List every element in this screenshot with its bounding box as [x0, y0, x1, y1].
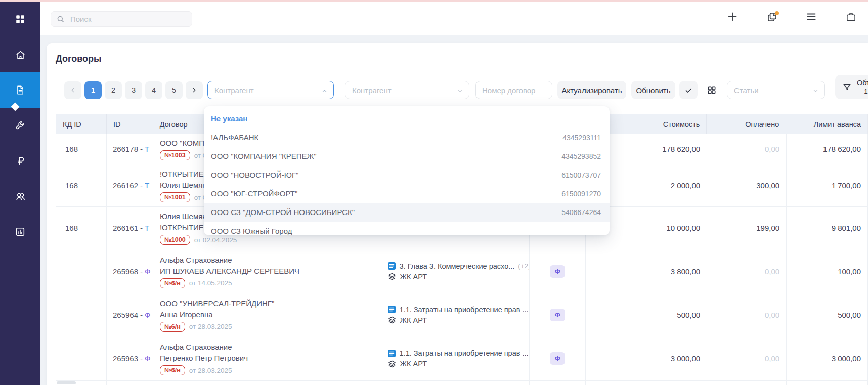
id-value: 266161: [113, 224, 138, 232]
paid-cell: 0,00: [707, 134, 787, 164]
paid-cell-value: 0,00: [765, 354, 779, 363]
cost-cell: 178 620,00: [626, 134, 707, 164]
cost-cell-value: 2 000,00: [671, 181, 700, 190]
empty-cell: [586, 293, 626, 336]
layers-icon: [388, 316, 396, 324]
empty-cell: [586, 336, 626, 380]
empty-cell: [586, 249, 626, 293]
search-box[interactable]: [51, 11, 192, 27]
dropdown-option[interactable]: ООО СЗ "ДОМ-СТРОЙ НОВОСИБИРСК"5406674264: [204, 203, 610, 222]
dropdown-option[interactable]: ООО "ЮГ-СТРОЙФОРТ"6150091270: [204, 184, 610, 203]
id-value: 265968: [113, 267, 138, 276]
actualize-button[interactable]: Актуализировать: [557, 81, 626, 99]
refresh-button[interactable]: Обновить: [631, 81, 675, 99]
advance-limit-cell-value: 1 700,00: [832, 181, 861, 190]
contract-number-input[interactable]: [475, 81, 552, 99]
objects-filter-chip[interactable]: Объе 1: [835, 75, 868, 99]
contract-date: от 28.03.2025: [189, 367, 232, 374]
pagination-page-4[interactable]: 4: [145, 81, 162, 99]
project-row: ЖК АРТ: [388, 273, 427, 281]
sidebar: [0, 0, 40, 385]
advance-limit-cell: 178 620,00: [787, 134, 868, 164]
kd-id-value: 168: [65, 145, 78, 153]
contract-meta: №1000от 02.04.2025: [160, 235, 237, 245]
toolbar: 12345 Контрагент Контрагент Актуализиров…: [64, 81, 868, 99]
project-name: ЖК АРТ: [400, 316, 427, 324]
pagination-prev-button[interactable]: [64, 81, 81, 99]
dropdown-option[interactable]: ООО "НОВОСТРОЙ-ЮГ"6150073707: [204, 165, 610, 184]
flag-cell: Ф: [530, 293, 586, 336]
sidebar-item-apps[interactable]: [0, 2, 40, 37]
sidebar-item-reports[interactable]: [0, 214, 40, 249]
objects-filter-label: Объе: [857, 78, 868, 88]
paid-cell-value: 0,00: [765, 267, 779, 276]
contract-meta: №6/нот 14.05.2025: [160, 278, 232, 288]
dropdown-option[interactable]: ООО СЗ Южный Город: [204, 222, 610, 235]
table-row[interactable]: 265963-ФАльфа СтрахованиеПетренко Петр П…: [56, 336, 868, 381]
table-row[interactable]: 265968-ФАльфа СтрахованиеИП ШУКАЕВ АЛЕКС…: [56, 249, 868, 293]
contract-cell: Альфа СтрахованиеИП ШУКАЕВ АЛЕКСАНДР СЕР…: [153, 249, 382, 293]
pagination-page-2[interactable]: 2: [105, 81, 122, 99]
article-cell: 3. Глава 3. Коммерческие расхо...(+2)ЖК …: [382, 249, 530, 293]
contract-name-line: !ОТКРЫТИЕ: [160, 168, 204, 180]
id-cell: 265964-Ф: [107, 293, 153, 336]
empty-cell: [787, 381, 868, 385]
dropdown-clear-label: Не указан: [211, 114, 247, 123]
dropdown-option[interactable]: ООО "КОМПАНИЯ "КРЕПЕЖ"4345293852: [204, 147, 610, 165]
id-type-letter: Ф: [145, 267, 150, 276]
objects-filter-text: Объе 1: [857, 78, 868, 96]
table-header-cell: ID: [107, 114, 153, 134]
sidebar-item-home[interactable]: [0, 37, 40, 72]
apps-icon: [14, 13, 26, 25]
project-row: ЖК АРТ: [388, 360, 427, 368]
pagination-page-5[interactable]: 5: [165, 81, 183, 99]
search-input[interactable]: [69, 14, 187, 24]
doc-icon: [388, 350, 396, 357]
id-type-letter: Ф: [145, 354, 150, 363]
pagination-page-3[interactable]: 3: [125, 81, 142, 99]
contract-name-line: Анна Игоревна: [160, 309, 213, 320]
dropdown-option-clear[interactable]: Не указан: [204, 109, 610, 128]
reports-icon: [15, 226, 26, 237]
id-separator: -: [140, 354, 143, 363]
table-row[interactable]: 265964-ФООО "УНИВЕРСАЛ-ТРЕЙДИНГ"Анна Иго…: [56, 293, 868, 336]
page-title: Договоры: [56, 54, 101, 64]
dropdown-option-name: ООО СЗ Южный Город: [211, 227, 292, 235]
dropdown-option-inn: 5406674264: [561, 208, 601, 217]
chevron-down-icon: [457, 87, 463, 96]
article-text: 3. Глава 3. Коммерческие расхо...: [400, 262, 515, 270]
id-value: 266162: [113, 181, 138, 190]
paid-cell: 0,00: [707, 336, 787, 380]
add-button[interactable]: [723, 9, 742, 27]
sidebar-item-documents[interactable]: [0, 72, 40, 108]
contractor-select[interactable]: Контрагент: [207, 81, 334, 99]
advance-limit-cell-value: 100,00: [838, 267, 861, 276]
article-cell: 1.1. Затраты на приобретение прав ...ЖК …: [382, 336, 530, 380]
contractor-select-2[interactable]: Контрагент: [345, 81, 469, 99]
advance-limit-cell: 500,00: [787, 293, 868, 336]
cost-cell: 2 000,00: [626, 164, 707, 206]
dropdown-option-inn: 6150073707: [561, 171, 601, 179]
paid-cell: 0,00: [707, 293, 787, 336]
sidebar-item-users[interactable]: [0, 179, 40, 214]
contractor-dropdown: Не указан!АЛЬФАБАНК4345293111ООО "КОМПАН…: [204, 106, 610, 235]
pagination-page-1[interactable]: 1: [84, 81, 102, 99]
plus-icon: [726, 11, 739, 25]
menu-button[interactable]: [802, 9, 820, 27]
paid-cell-value: 0,00: [765, 311, 779, 319]
articles-select[interactable]: Статьи: [727, 81, 825, 99]
contractor-select-2-placeholder: Контрагент: [352, 86, 392, 95]
sidebar-item-ruble[interactable]: [0, 143, 40, 179]
grid-view-button[interactable]: [703, 81, 720, 99]
check-icon: [684, 86, 693, 95]
horizontal-scrollbar-thumb[interactable]: [57, 381, 76, 384]
menu-icon: [805, 11, 817, 25]
sidebar-item-tools[interactable]: [0, 108, 40, 143]
users-icon: [15, 191, 26, 202]
confirm-button[interactable]: [679, 81, 698, 99]
dropdown-option[interactable]: !АЛЬФАБАНК4345293111: [204, 128, 610, 147]
briefcase-button[interactable]: [842, 9, 860, 27]
id-separator: -: [140, 311, 143, 319]
pagination-next-button[interactable]: [186, 81, 203, 99]
collections-button[interactable]: [763, 9, 781, 27]
